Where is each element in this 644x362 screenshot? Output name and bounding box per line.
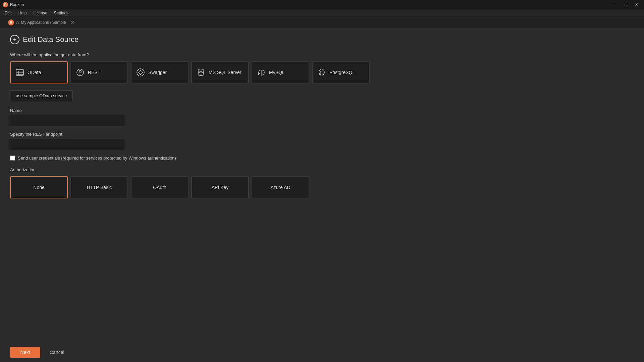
app-icon: R	[3, 2, 8, 7]
name-input[interactable]	[10, 115, 124, 126]
menu-help[interactable]: Help	[15, 9, 30, 17]
svg-point-19	[319, 69, 324, 75]
mysql-label: MySQL	[269, 70, 285, 75]
auth-apikey[interactable]: API Key	[191, 176, 249, 198]
menu-license[interactable]: License	[30, 9, 50, 17]
odata-icon	[15, 68, 24, 77]
rest-icon	[76, 68, 85, 77]
datasource-swagger[interactable]: Swagger	[131, 61, 189, 83]
page-header: + Edit Data Source	[10, 35, 634, 44]
auth-oauth[interactable]: OAuth	[131, 176, 189, 198]
svg-point-15	[140, 74, 141, 75]
svg-point-17	[143, 72, 144, 73]
auth-none-label: None	[33, 185, 44, 190]
swagger-label: Swagger	[148, 70, 167, 75]
close-button[interactable]: ✕	[632, 1, 641, 8]
rest-label: REST	[88, 70, 100, 75]
main-window: R ⌂ My Applications / Sample ✕ + Edit Da…	[0, 17, 644, 362]
credentials-row: Send user credentials (required for serv…	[10, 156, 634, 161]
menu-edit[interactable]: Edit	[1, 9, 15, 17]
datasource-rest[interactable]: REST	[70, 61, 128, 83]
next-button[interactable]: Next	[10, 347, 40, 358]
svg-text:R: R	[10, 20, 12, 24]
plus-icon: +	[10, 35, 19, 44]
minimize-button[interactable]: ─	[610, 1, 620, 8]
auth-none[interactable]: None	[10, 176, 68, 198]
cancel-button[interactable]: Cancel	[44, 347, 70, 358]
svg-point-16	[138, 72, 139, 73]
odata-label: OData	[28, 70, 41, 75]
endpoint-field-group: Specify the REST endpoint	[10, 132, 634, 150]
swagger-icon	[136, 68, 145, 77]
content-area: + Edit Data Source Where will the applic…	[0, 28, 644, 342]
mysql-icon	[257, 68, 266, 77]
tab-home[interactable]: R ⌂ My Applications / Sample ✕	[4, 17, 79, 28]
name-field-group: Name	[10, 108, 634, 126]
breadcrumb: My Applications / Sample	[21, 20, 66, 25]
use-sample-button[interactable]: use sample OData service	[10, 90, 72, 101]
postgresql-icon	[317, 68, 326, 77]
credentials-label: Send user credentials (required for serv…	[18, 156, 176, 161]
mssql-label: MS SQL Server	[209, 70, 241, 75]
name-label: Name	[10, 108, 634, 113]
datasource-mysql[interactable]: MySQL	[252, 61, 309, 83]
auth-azuread[interactable]: Azure AD	[252, 176, 309, 198]
mssql-icon	[197, 68, 205, 77]
auth-httpbasic[interactable]: HTTP Basic	[70, 176, 128, 198]
svg-point-14	[140, 70, 141, 71]
endpoint-label: Specify the REST endpoint	[10, 132, 634, 137]
footer: Next Cancel	[0, 342, 644, 362]
tab-bar: R ⌂ My Applications / Sample ✕	[0, 17, 644, 28]
datasource-postgresql[interactable]: PostgreSQL	[312, 61, 370, 83]
svg-point-13	[139, 71, 142, 74]
endpoint-input[interactable]	[10, 139, 124, 150]
auth-httpbasic-label: HTTP Basic	[87, 185, 112, 190]
datasource-cards: OData REST	[10, 61, 634, 83]
app-title: Radzen	[10, 2, 24, 7]
page-title: Edit Data Source	[23, 35, 78, 44]
credentials-checkbox[interactable]	[10, 156, 15, 161]
auth-oauth-label: OAuth	[153, 185, 166, 190]
maximize-button[interactable]: □	[621, 1, 631, 8]
tab-close-icon[interactable]: ✕	[71, 20, 75, 25]
authorization-label: Authorization	[10, 167, 634, 172]
auth-azuread-label: Azure AD	[270, 185, 290, 190]
datasource-mssql[interactable]: MS SQL Server	[191, 61, 249, 83]
window-controls: ─ □ ✕	[610, 1, 641, 8]
auth-cards: None HTTP Basic OAuth API Key Azure AD	[10, 176, 634, 198]
menu-bar: Edit Help License Settings	[0, 9, 644, 17]
home-icon: ⌂	[16, 20, 19, 25]
auth-apikey-label: API Key	[212, 185, 229, 190]
datasource-odata[interactable]: OData	[10, 61, 68, 83]
menu-settings[interactable]: Settings	[51, 9, 72, 17]
postgresql-label: PostgreSQL	[329, 70, 355, 75]
svg-text:R: R	[4, 3, 7, 7]
title-bar: R Radzen ─ □ ✕	[0, 0, 644, 9]
source-question: Where will the application get data from…	[10, 52, 634, 57]
radzen-logo-icon: R	[8, 19, 14, 25]
